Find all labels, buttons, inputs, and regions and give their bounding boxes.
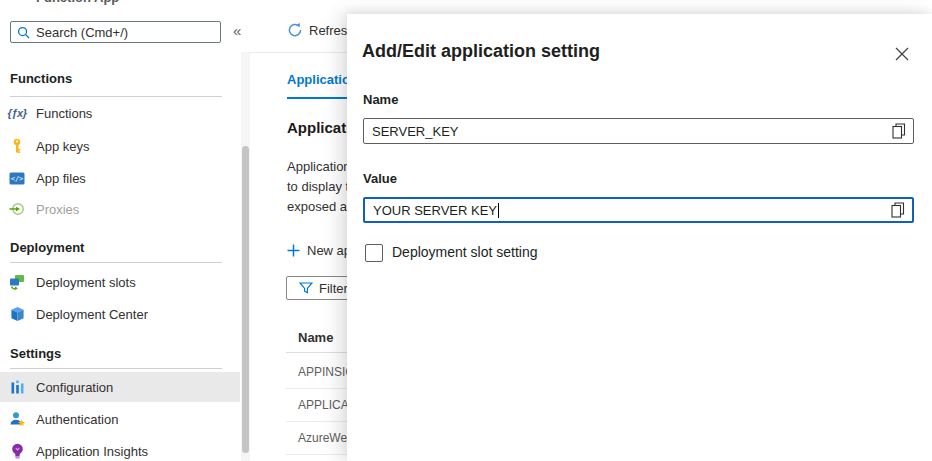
authentication-icon bbox=[8, 411, 26, 427]
text-cursor bbox=[498, 203, 499, 218]
configuration-icon bbox=[8, 379, 26, 395]
sidebar-item-app-keys[interactable]: App keys bbox=[0, 131, 240, 161]
add-edit-application-setting-panel: Add/Edit application setting Name SERVER… bbox=[347, 14, 932, 461]
search-input[interactable]: Search (Cmd+/) bbox=[10, 21, 221, 43]
section-header-functions: Functions bbox=[10, 71, 72, 86]
divider bbox=[10, 96, 222, 97]
sidebar-item-label: Configuration bbox=[36, 380, 113, 395]
deployment-center-icon bbox=[8, 306, 26, 322]
sidebar-item-deployment-slots[interactable]: Deployment slots bbox=[0, 267, 240, 297]
sidebar-item-proxies[interactable]: Proxies bbox=[0, 194, 240, 224]
sidebar-item-label: Deployment slots bbox=[36, 275, 136, 290]
sidebar-item-label: App files bbox=[36, 171, 86, 186]
sidebar-item-configuration[interactable]: Configuration bbox=[0, 372, 240, 402]
name-field[interactable]: SERVER_KEY bbox=[363, 118, 914, 144]
sidebar-item-functions[interactable]: {ƒx} Functions bbox=[0, 98, 240, 128]
value-field-value: YOUR SERVER KEY bbox=[373, 203, 497, 218]
deployment-slot-setting-checkbox[interactable] bbox=[365, 244, 383, 262]
sidebar-item-app-files[interactable]: </> App files bbox=[0, 163, 240, 193]
section-header-settings: Settings bbox=[10, 346, 61, 361]
name-field-value: SERVER_KEY bbox=[372, 124, 458, 139]
close-icon[interactable] bbox=[893, 45, 911, 63]
code-file-icon: </> bbox=[8, 170, 26, 186]
svg-text:</>: </> bbox=[11, 175, 24, 183]
section-header-deployment: Deployment bbox=[10, 240, 84, 255]
sidebar-item-label: Deployment Center bbox=[36, 307, 148, 322]
sidebar: Function App Search (Cmd+/) « Functions … bbox=[0, 0, 250, 461]
panel-title: Add/Edit application setting bbox=[362, 41, 600, 62]
sidebar-item-label: Authentication bbox=[36, 412, 118, 427]
plus-icon bbox=[287, 244, 300, 257]
scrollbar-track[interactable] bbox=[241, 52, 250, 461]
search-placeholder: Search (Cmd+/) bbox=[36, 25, 128, 40]
deployment-slots-icon bbox=[8, 274, 26, 290]
app-title: Function App bbox=[36, 0, 119, 5]
name-field-label: Name bbox=[363, 92, 398, 107]
app-insights-icon bbox=[8, 443, 26, 459]
sidebar-item-label: App keys bbox=[36, 139, 89, 154]
divider bbox=[10, 262, 222, 263]
column-header-name: Name bbox=[298, 330, 333, 345]
proxies-icon bbox=[8, 201, 26, 217]
search-icon bbox=[17, 26, 30, 39]
refresh-icon bbox=[287, 22, 303, 38]
filter-icon bbox=[299, 282, 313, 295]
sidebar-item-application-insights[interactable]: Application Insights bbox=[0, 436, 240, 461]
divider bbox=[10, 368, 222, 369]
collapse-sidebar-button[interactable]: « bbox=[233, 22, 241, 39]
sidebar-item-label: Proxies bbox=[36, 202, 79, 217]
sidebar-item-authentication[interactable]: Authentication bbox=[0, 404, 240, 434]
copy-icon[interactable] bbox=[888, 201, 906, 219]
sidebar-item-label: Application Insights bbox=[36, 444, 148, 459]
functions-icon: {ƒx} bbox=[8, 105, 26, 121]
value-field-label: Value bbox=[363, 171, 397, 186]
sidebar-item-label: Functions bbox=[36, 106, 92, 121]
value-field[interactable]: YOUR SERVER KEY bbox=[363, 197, 914, 223]
copy-icon[interactable] bbox=[889, 122, 907, 140]
sidebar-item-deployment-center[interactable]: Deployment Center bbox=[0, 299, 240, 329]
key-icon bbox=[8, 138, 26, 154]
refresh-button[interactable]: Refresh bbox=[287, 22, 355, 38]
scrollbar-thumb[interactable] bbox=[242, 146, 249, 453]
deployment-slot-setting-label: Deployment slot setting bbox=[392, 244, 538, 260]
